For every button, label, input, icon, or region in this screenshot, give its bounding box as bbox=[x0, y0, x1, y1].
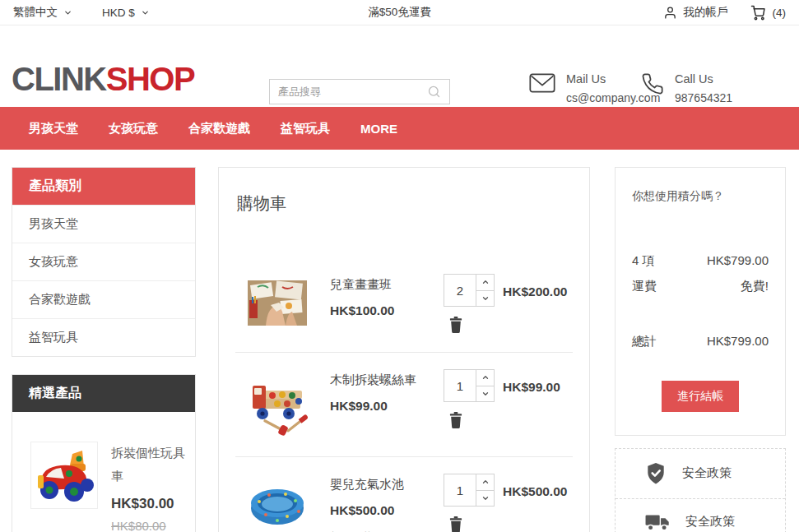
envelope-icon bbox=[529, 72, 555, 94]
featured-products-panel: 精選產品 bbox=[12, 374, 196, 532]
nav-item-family[interactable]: 合家歡遊戲 bbox=[188, 121, 250, 136]
featured-product-image[interactable] bbox=[30, 442, 98, 509]
cart-item-unit-price: HK$100.00 bbox=[330, 303, 444, 318]
quantity-increase-button[interactable] bbox=[476, 370, 494, 386]
logo-text-gray: CLINK bbox=[12, 61, 106, 97]
summary-items-row: 4 項 HK$799.00 bbox=[632, 248, 769, 274]
cart-title: 購物車 bbox=[237, 192, 573, 215]
site-header: CLINKSHOP Mail Us cs@company.com Call Us bbox=[0, 26, 799, 106]
summary-shipping-row: 運費 免費! bbox=[632, 274, 769, 299]
nav-item-educational[interactable]: 益智玩具 bbox=[281, 121, 330, 136]
phone-icon bbox=[641, 72, 664, 95]
cart-item-unit-price: HK$500.00 bbox=[330, 503, 444, 518]
featured-panel-title: 精選產品 bbox=[12, 375, 195, 412]
cart-item-total: HK$200.00 bbox=[503, 274, 573, 334]
featured-product: 拆裝個性玩具車 HK$30.00 HK$80.00 bbox=[12, 412, 195, 532]
checkout-button[interactable]: 進行結帳 bbox=[662, 381, 739, 412]
right-sidebar: 你想使用積分嗎？ 4 項 HK$799.00 運費 免費! 總計 HK$799.… bbox=[615, 167, 786, 532]
summary-shipping-label: 運費 bbox=[632, 274, 657, 299]
summary-total-label: 總計 bbox=[632, 334, 657, 349]
cart-panel: 購物車 bbox=[218, 167, 590, 532]
cart-item-image[interactable] bbox=[235, 474, 330, 532]
quantity-increase-button[interactable] bbox=[476, 275, 494, 291]
summary-total-row: 總計 HK$799.00 bbox=[632, 334, 769, 349]
security-policy-label: 安全政策 bbox=[682, 465, 732, 481]
quantity-value[interactable]: 1 bbox=[444, 370, 476, 401]
shop-logo[interactable]: CLINKSHOP bbox=[12, 61, 194, 98]
language-selector[interactable]: 繁體中文 bbox=[13, 5, 72, 20]
featured-product-name[interactable]: 拆裝個性玩具車 bbox=[111, 442, 185, 488]
main-content: 購物車 bbox=[218, 167, 590, 532]
quantity-decrease-button[interactable] bbox=[476, 491, 494, 507]
my-account-link[interactable]: 我的帳戶 bbox=[663, 5, 728, 20]
security-policy-row: 安全政策 bbox=[616, 449, 785, 498]
nav-item-boys[interactable]: 男孩天堂 bbox=[29, 121, 78, 136]
call-us-block: Call Us 987654321 bbox=[641, 72, 732, 104]
summary-total-value: HK$799.00 bbox=[707, 334, 769, 349]
currency-selector[interactable]: HKD $ bbox=[102, 5, 150, 20]
call-us-number[interactable]: 987654321 bbox=[675, 91, 732, 104]
top-bar: 繁體中文 HKD $ 滿$50免運費 我的帳戶 bbox=[0, 0, 799, 25]
store-policies-box: 安全政策 安全政策 bbox=[615, 448, 786, 532]
cart-item-image[interactable] bbox=[235, 274, 330, 334]
quantity-value[interactable]: 2 bbox=[444, 275, 476, 306]
cart-item-row: 嬰兒充氣水池 HK$500.00 顏色: 藍色 1 bbox=[235, 457, 573, 532]
truck-icon bbox=[645, 512, 670, 532]
featured-product-old-price: HK$80.00 bbox=[111, 519, 185, 532]
cart-item-name[interactable]: 木制拆裝螺絲車 bbox=[330, 372, 444, 388]
delivery-policy-label: 安全政策 bbox=[685, 514, 735, 530]
nav-item-more[interactable]: MORE bbox=[360, 122, 397, 136]
summary-items-label: 4 項 bbox=[632, 248, 655, 274]
cart-item-name[interactable]: 兒童畫畫班 bbox=[330, 277, 444, 293]
language-label: 繁體中文 bbox=[13, 5, 58, 20]
chevron-down-icon bbox=[63, 8, 72, 17]
logo-text-red: SHOP bbox=[106, 61, 194, 97]
sidebar-item-boys[interactable]: 男孩天堂 bbox=[12, 205, 195, 243]
cart-item-image[interactable] bbox=[235, 369, 330, 438]
cart-link[interactable]: (4) bbox=[750, 4, 787, 21]
remove-item-button[interactable] bbox=[448, 516, 464, 532]
summary-items-value: HK$799.00 bbox=[707, 248, 769, 274]
nav-item-girls[interactable]: 女孩玩意 bbox=[109, 121, 158, 136]
shopping-cart-icon bbox=[750, 4, 766, 21]
main-nav: 男孩天堂 女孩玩意 合家歡遊戲 益智玩具 MORE bbox=[0, 107, 799, 150]
my-account-label: 我的帳戶 bbox=[684, 5, 728, 20]
left-sidebar: 產品類別 男孩天堂 女孩玩意 合家歡遊戲 益智玩具 精選產品 bbox=[12, 167, 196, 532]
cart-count: (4) bbox=[773, 7, 787, 19]
category-panel-title: 產品類別 bbox=[12, 168, 195, 205]
quantity-stepper: 2 bbox=[444, 274, 495, 307]
cart-item-name[interactable]: 嬰兒充氣水池 bbox=[330, 477, 444, 493]
product-search-box bbox=[269, 79, 450, 104]
quantity-decrease-button[interactable] bbox=[476, 291, 494, 307]
quantity-value[interactable]: 1 bbox=[444, 474, 476, 506]
chevron-down-icon bbox=[141, 8, 150, 17]
search-icon[interactable] bbox=[427, 85, 441, 99]
remove-item-button[interactable] bbox=[448, 316, 464, 334]
sidebar-item-girls[interactable]: 女孩玩意 bbox=[12, 243, 195, 280]
search-input[interactable] bbox=[278, 86, 427, 98]
cart-item-row: 兒童畫畫班 HK$100.00 2 bbox=[235, 257, 573, 353]
featured-product-price: HK$30.00 bbox=[111, 496, 185, 512]
currency-label: HKD $ bbox=[102, 7, 135, 19]
remove-item-button[interactable] bbox=[448, 411, 464, 429]
cart-item-unit-price: HK$99.00 bbox=[330, 399, 444, 414]
quantity-stepper: 1 bbox=[444, 369, 495, 402]
user-icon bbox=[663, 6, 677, 20]
use-points-link[interactable]: 你想使用積分嗎？ bbox=[632, 189, 769, 204]
cart-item-total: HK$99.00 bbox=[503, 369, 573, 438]
call-us-label: Call Us bbox=[675, 72, 732, 86]
cart-item-total: HK$500.00 bbox=[503, 474, 573, 532]
quantity-decrease-button[interactable] bbox=[476, 386, 494, 402]
quantity-increase-button[interactable] bbox=[476, 474, 494, 491]
cart-summary-panel: 你想使用積分嗎？ 4 項 HK$799.00 運費 免費! 總計 HK$799.… bbox=[615, 167, 786, 436]
category-panel: 產品類別 男孩天堂 女孩玩意 合家歡遊戲 益智玩具 bbox=[12, 167, 196, 357]
sidebar-item-educational[interactable]: 益智玩具 bbox=[12, 318, 195, 356]
delivery-policy-row: 安全政策 bbox=[616, 498, 785, 532]
shield-check-icon bbox=[645, 462, 667, 485]
quantity-stepper: 1 bbox=[444, 474, 495, 507]
page: 繁體中文 HKD $ 滿$50免運費 我的帳戶 bbox=[0, 0, 799, 532]
sidebar-item-family[interactable]: 合家歡遊戲 bbox=[12, 280, 195, 318]
summary-shipping-value: 免費! bbox=[741, 274, 769, 299]
cart-item-row: 木制拆裝螺絲車 HK$99.00 1 bbox=[235, 353, 573, 457]
